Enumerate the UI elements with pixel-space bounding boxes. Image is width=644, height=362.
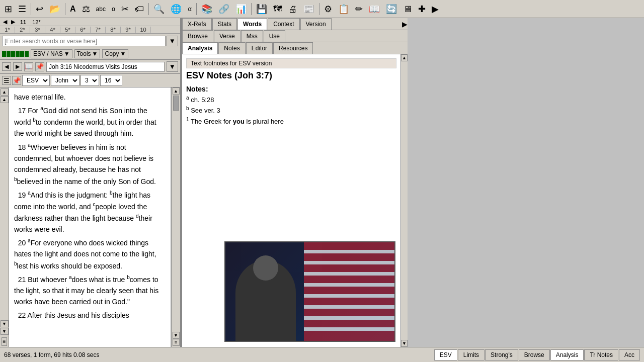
ruler-2: 2*	[15, 27, 30, 33]
scroll-thumb[interactable]	[173, 96, 179, 111]
toolbar-back-icon[interactable]: ↩	[33, 3, 46, 15]
bottom-tab-strongs[interactable]: Strong's	[485, 349, 518, 360]
bottom-tab-analysis[interactable]: Analysis	[550, 349, 584, 360]
right-tabs-top: X-Refs Stats Words Context Version ▶	[182, 18, 408, 30]
toolbar-link-icon[interactable]: 🔗	[216, 3, 232, 15]
tab-use[interactable]: Use	[264, 30, 285, 42]
chapter-select[interactable]: 3	[80, 75, 99, 86]
passage-dropdown-btn[interactable]: ▼	[167, 61, 178, 72]
toolbar-library-icon[interactable]: 📖	[366, 3, 382, 15]
tab-notes[interactable]: Notes	[218, 42, 245, 54]
ruler-10: 10	[136, 27, 151, 33]
main-toolbar: ⊞ ☰ ↩ 📂 A ⚖ abc α ✂ 🏷 🔍 🌐 α 📚 🔗 📊 💾 🗺 🖨 …	[0, 0, 644, 18]
tab-editor[interactable]: Editor	[246, 42, 273, 54]
bottom-tabs: ESV Limits Strong's Browse Analysis Tr N…	[434, 349, 640, 360]
ruler-nav-left[interactable]: ◀	[1, 19, 9, 25]
tab-context[interactable]: Context	[268, 18, 299, 30]
right-scroll-up[interactable]: ▲	[401, 54, 408, 61]
translation-icon[interactable]: ☰	[2, 76, 11, 85]
progress-block-2	[7, 51, 11, 57]
toolbar-separator-5	[251, 3, 252, 15]
passage-pin-btn[interactable]: 📌	[35, 62, 44, 71]
bible-text-area[interactable]: have eternal life. 17 For aGod did not s…	[9, 87, 171, 347]
esv-notes-title: ESV Notes (Joh 3:7)	[186, 70, 396, 81]
toolbar-scales-icon[interactable]: ⚖	[79, 3, 93, 15]
tools-btn[interactable]: Tools ▼	[74, 49, 101, 58]
left-nav-down2[interactable]: ▼	[1, 328, 9, 335]
left-nav-up1[interactable]: ▲	[1, 88, 9, 96]
search-input[interactable]	[2, 36, 166, 46]
ruler-nav-right[interactable]: ▶	[9, 19, 17, 25]
toolbar-search-icon[interactable]: 🔍	[151, 3, 167, 15]
toolbar-settings-icon[interactable]: ⚙	[321, 3, 335, 15]
ruler-row: 1* 2* 3* 4* 5* 6* 7* 8* 9* 10	[0, 26, 180, 34]
toolbar-separator-2	[65, 3, 65, 15]
toolbar-abc-icon[interactable]: abc	[94, 5, 108, 14]
tab-words[interactable]: Words	[237, 18, 267, 30]
tab-version[interactable]: Version	[300, 18, 332, 30]
toolbar-alpha2-icon[interactable]: α	[185, 4, 194, 14]
scroll-down-btn[interactable]: ▼	[173, 332, 180, 339]
note-item-b: b See ver. 3	[186, 106, 396, 114]
note-item-1: 1 The Greek for you is plural here	[186, 117, 396, 125]
toolbar-news-icon[interactable]: 📰	[301, 3, 317, 15]
toolbar-open-icon[interactable]: 📂	[47, 3, 63, 15]
verse-select[interactable]: 16	[100, 75, 122, 86]
tab-mss[interactable]: Mss	[241, 30, 263, 42]
toolbar-font-icon[interactable]: A	[67, 4, 78, 15]
bottom-tab-esv[interactable]: ESV	[434, 349, 457, 360]
toolbar-globe-icon[interactable]: 🌐	[168, 3, 184, 15]
american-flag	[304, 242, 394, 341]
ruler-top: ◀ ▶ 11 12*	[0, 18, 180, 26]
passage-icon-btn[interactable]: 📖	[24, 62, 33, 71]
ruler-1: 1*	[0, 27, 15, 33]
bible-text-wrapper: ▲ ▲ ▼ ▼ ≡ have eternal life. 17 For aGod…	[0, 87, 180, 347]
copy-btn[interactable]: Copy ▼	[102, 49, 128, 58]
bottom-tab-acc[interactable]: Acc	[619, 349, 640, 360]
tab-browse[interactable]: Browse	[182, 30, 213, 42]
toolbar-refresh-icon[interactable]: 🔄	[383, 3, 399, 15]
tab-xrefs[interactable]: X-Refs	[182, 18, 212, 30]
note-item-a: a ch. 5:28	[186, 95, 396, 104]
toolbar-add-icon[interactable]: ✚	[416, 3, 428, 15]
toolbar-tag-icon[interactable]: 🏷	[132, 3, 146, 15]
tab-verse[interactable]: Verse	[214, 30, 240, 42]
right-panel-expand-btn[interactable]: ▶	[402, 18, 408, 30]
bottom-tab-trnotes[interactable]: Tr Notes	[584, 349, 618, 360]
tab-analysis[interactable]: Analysis	[182, 42, 218, 54]
passage-selector: ◀ ▶ 📖 📌 ▼	[0, 60, 180, 74]
toolbar-clipboard-icon[interactable]: 📋	[336, 3, 352, 15]
scroll-menu-btn[interactable]: ≡	[173, 339, 180, 346]
toolbar-expand-icon[interactable]: ▶	[429, 3, 441, 15]
book-select[interactable]: John	[51, 75, 79, 86]
toolbar-grid-icon[interactable]: ⊞	[2, 3, 15, 15]
tab-stats[interactable]: Stats	[212, 18, 237, 30]
left-nav-menu[interactable]: ≡	[2, 337, 8, 346]
left-nav-up2[interactable]: ▲	[1, 96, 9, 103]
toolbar-monitor-icon[interactable]: 🖥	[400, 3, 415, 15]
verse-19: 19 aAnd this is the judgment: bthe light…	[14, 189, 166, 235]
tab-resources[interactable]: Resources	[273, 42, 313, 54]
version-selector[interactable]: ESV / NAS ▼	[31, 49, 72, 58]
toolbar-edit-icon[interactable]: ✏	[353, 3, 365, 15]
passage-next-btn[interactable]: ▶	[13, 62, 22, 71]
toolbar-book-icon[interactable]: 📚	[199, 3, 215, 15]
bottom-tab-browse[interactable]: Browse	[519, 349, 550, 360]
translation-select[interactable]: ESV	[22, 75, 50, 86]
toolbar-chart-icon[interactable]: 📊	[233, 3, 249, 15]
toolbar-menu-icon[interactable]: ☰	[16, 3, 29, 15]
passage-prev-btn[interactable]: ◀	[2, 62, 11, 71]
toolbar-print-icon[interactable]: 🖨	[286, 3, 300, 15]
scroll-up-btn[interactable]: ▲	[173, 87, 180, 95]
right-scroll-down[interactable]: ▼	[401, 340, 408, 347]
toolbar-save-icon[interactable]: 💾	[254, 3, 270, 15]
search-dropdown-btn[interactable]: ▼	[167, 36, 178, 46]
passage-reference-input[interactable]	[46, 62, 165, 72]
toolbar-map-icon[interactable]: 🗺	[271, 3, 285, 15]
sidebar-controls: ESV / NAS ▼ Tools ▼ Copy ▼	[0, 48, 180, 60]
toolbar-scissors-icon[interactable]: ✂	[119, 3, 131, 15]
translation-pin-icon[interactable]: 📌	[12, 76, 21, 85]
toolbar-alpha-icon[interactable]: α	[109, 4, 118, 14]
left-nav-down1[interactable]: ▼	[1, 320, 9, 327]
bottom-tab-limits[interactable]: Limits	[458, 349, 485, 360]
